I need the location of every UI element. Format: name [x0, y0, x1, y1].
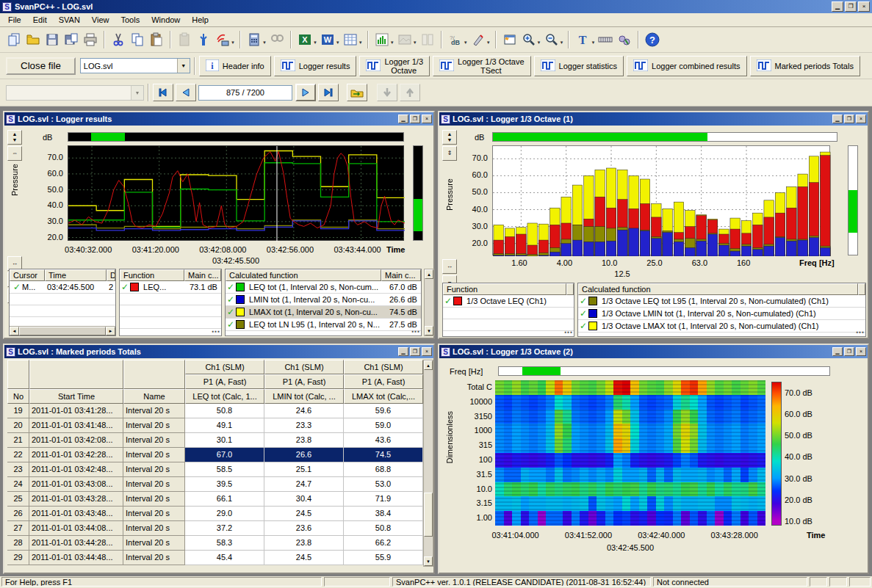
minimize-button[interactable]: ▁	[832, 115, 843, 123]
channel-header[interactable]: Ch1 (SLM)	[185, 360, 264, 374]
function-row[interactable]: ✓1/3 Octave LEQ tot L95 (1, Interval 20 …	[578, 295, 865, 308]
text-format-icon[interactable]: T	[573, 30, 592, 49]
col-header-mainc[interactable]: Main c...	[381, 269, 421, 281]
value-cell[interactable]: 58.3	[185, 536, 264, 551]
minimize-button[interactable]: ▁	[832, 1, 843, 12]
view-button-logger-1-3-octave[interactable]: Logger 1/3 Octave	[359, 56, 430, 76]
resize-grip[interactable]: ▪▪▪	[411, 328, 420, 335]
col-header-calcfunction[interactable]: Calculated function	[226, 269, 381, 281]
name-cell[interactable]: Interval 20 s	[123, 536, 185, 551]
view-button-header-info[interactable]: iHeader info	[199, 56, 271, 76]
copy-icon[interactable]	[128, 30, 147, 49]
close-button[interactable]: ×	[422, 115, 432, 123]
minimize-button[interactable]: ▁	[832, 347, 843, 356]
zoom-spinner[interactable]: ▲▼	[7, 130, 22, 145]
chevron-down-icon[interactable]: ▼	[262, 40, 267, 45]
function-row[interactable]: ✓1/3 Octave LEQ (Ch1)	[443, 295, 574, 308]
function-row[interactable]: ✓1/3 Octave LMIN tot (1, Interval 20 s, …	[578, 308, 865, 320]
open-file-icon[interactable]	[24, 30, 43, 49]
value-cell[interactable]: 66.2	[344, 536, 423, 551]
minimize-button[interactable]: ▁	[398, 115, 408, 123]
value-cell[interactable]: 59.6	[344, 404, 423, 418]
value-cell[interactable]: 37.2	[185, 521, 264, 536]
start-time-cell[interactable]: 2011-01-01 03:41:28...	[29, 404, 123, 418]
excel-export-icon[interactable]: X	[295, 30, 314, 49]
close-button[interactable]: ×	[858, 1, 870, 12]
menu-edit[interactable]: Edit	[28, 14, 52, 26]
overview-range-bar[interactable]	[498, 366, 830, 376]
name-cell[interactable]: Interval 20 s	[123, 492, 185, 507]
zoom-out-icon[interactable]	[542, 30, 561, 49]
name-cell[interactable]: Interval 20 s	[123, 551, 185, 565]
name-cell[interactable]: Interval 20 s	[123, 404, 185, 418]
row-number[interactable]: 26	[7, 507, 29, 521]
channel-header[interactable]: Ch1 (SLM)	[264, 360, 344, 374]
spectrum-plot[interactable]	[492, 145, 830, 255]
column-header[interactable]: LMAX tot (Calc,...	[344, 389, 423, 404]
row-number[interactable]: 21	[7, 433, 29, 448]
value-cell[interactable]: 29.0	[185, 507, 264, 521]
options-gears-icon[interactable]	[615, 30, 634, 49]
zoom-in-icon[interactable]	[519, 30, 538, 49]
start-time-cell[interactable]: 2011-01-01 03:44:48...	[29, 551, 123, 565]
row-number[interactable]: 22	[7, 448, 29, 462]
chevron-down-icon[interactable]: ▼	[390, 40, 394, 45]
name-cell[interactable]: Interval 20 s	[123, 521, 185, 536]
cut-icon[interactable]	[109, 30, 128, 49]
col-header-cursor[interactable]: Cursor	[10, 269, 45, 281]
name-cell[interactable]: Interval 20 s	[123, 507, 185, 521]
help-icon[interactable]: ?	[643, 30, 662, 49]
chevron-down-icon[interactable]: ▼	[336, 40, 340, 45]
first-record-button[interactable]	[153, 84, 173, 101]
menu-view[interactable]: View	[87, 14, 115, 26]
value-cell[interactable]: 39.5	[185, 477, 264, 492]
chevron-down-icon[interactable]: ▼	[537, 40, 541, 45]
col-header-calcfunction[interactable]: Calculated function	[578, 283, 858, 295]
graph-view-icon[interactable]	[372, 30, 392, 49]
paste-icon[interactable]	[147, 30, 166, 49]
cursor-row[interactable]: ✓M... 03:42:45.500 2	[10, 281, 115, 294]
fit-scale-button[interactable]: ⇔	[7, 146, 22, 161]
prev-record-button[interactable]	[176, 84, 196, 101]
row-number[interactable]: 19	[7, 404, 29, 418]
chevron-down-icon[interactable]: ▼	[358, 40, 363, 45]
name-cell[interactable]: Interval 20 s	[123, 477, 185, 492]
value-cell[interactable]: 24.6	[264, 404, 344, 418]
profile-header[interactable]: P1 (A, Fast)	[344, 374, 423, 389]
start-time-cell[interactable]: 2011-01-01 03:41:48...	[29, 418, 123, 433]
function-row[interactable]: ✓LMAX tot (1, Interval 20 s, Non-cu...74…	[226, 306, 421, 319]
start-time-cell[interactable]: 2011-01-01 03:43:28...	[29, 492, 123, 507]
start-time-cell[interactable]: 2011-01-01 03:43:48...	[29, 507, 123, 521]
profile-header[interactable]: P1 (A, Fast)	[185, 374, 264, 389]
name-cell[interactable]: Interval 20 s	[123, 418, 185, 433]
refresh-folder-icon[interactable]	[347, 84, 367, 101]
close-file-button[interactable]: Close file	[6, 57, 76, 75]
row-number[interactable]: 29	[7, 551, 29, 565]
menu-window[interactable]: Window	[146, 14, 185, 26]
col-header-function[interactable]: Function	[120, 269, 184, 281]
last-record-button[interactable]	[318, 84, 339, 101]
row-number[interactable]: 23	[7, 462, 29, 477]
value-cell[interactable]: 43.6	[344, 433, 423, 448]
value-cell[interactable]: 23.8	[264, 433, 344, 448]
value-cell[interactable]: 49.1	[185, 418, 264, 433]
start-time-cell[interactable]: 2011-01-01 03:43:08...	[29, 477, 123, 492]
download-to-instrument-icon[interactable]	[194, 30, 213, 49]
overview-range-bar[interactable]	[492, 132, 837, 142]
col-header-time[interactable]: Time	[45, 269, 107, 281]
view-button-marked-periods-totals[interactable]: Marked periods Totals	[750, 56, 860, 76]
new-file-icon[interactable]	[4, 30, 24, 49]
remote-connection-icon[interactable]	[213, 30, 232, 49]
start-time-cell[interactable]: 2011-01-01 03:44:28...	[29, 536, 123, 551]
view-button-logger-combined-results[interactable]: Logger combined results	[627, 56, 746, 76]
fit-width-button[interactable]: ↔	[442, 259, 457, 274]
table-view-icon[interactable]	[341, 30, 360, 49]
value-cell[interactable]: 66.1	[185, 492, 264, 507]
value-cell[interactable]: 53.0	[344, 477, 423, 492]
fit-scale-button[interactable]: ⇕	[442, 146, 457, 161]
value-cell[interactable]: 23.8	[264, 536, 344, 551]
value-cell[interactable]: 58.5	[185, 462, 264, 477]
menu-help[interactable]: Help	[187, 14, 214, 26]
column-header[interactable]: LEQ tot (Calc, 1...	[185, 389, 264, 404]
chevron-down-icon[interactable]: ▼	[464, 40, 468, 45]
